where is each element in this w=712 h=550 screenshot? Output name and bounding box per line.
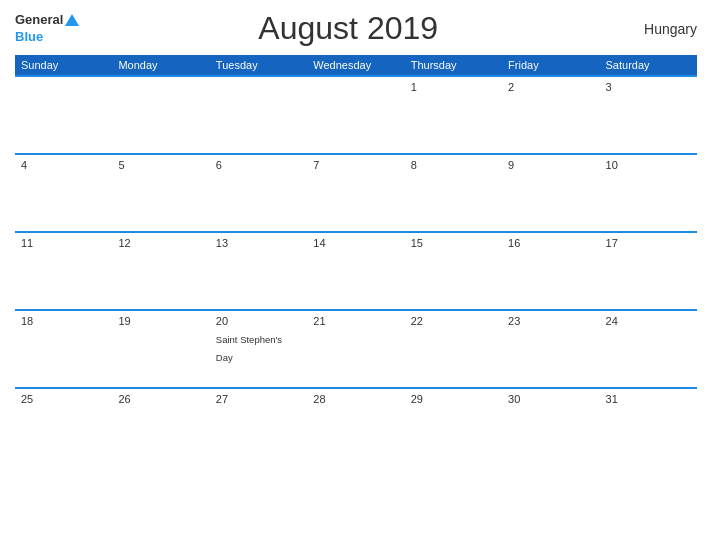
header-saturday: Saturday bbox=[600, 55, 697, 76]
day-cell: 21 bbox=[307, 310, 404, 388]
day-number: 25 bbox=[21, 393, 106, 405]
day-cell: 26 bbox=[112, 388, 209, 466]
header-thursday: Thursday bbox=[405, 55, 502, 76]
logo-blue-text: Blue bbox=[15, 30, 43, 44]
day-cell: 17 bbox=[600, 232, 697, 310]
day-number: 10 bbox=[606, 159, 691, 171]
calendar-table: Sunday Monday Tuesday Wednesday Thursday… bbox=[15, 55, 697, 466]
day-cell: 25 bbox=[15, 388, 112, 466]
day-number: 17 bbox=[606, 237, 691, 249]
day-cell: 18 bbox=[15, 310, 112, 388]
day-cell: 7 bbox=[307, 154, 404, 232]
day-number: 23 bbox=[508, 315, 593, 327]
day-number: 7 bbox=[313, 159, 398, 171]
day-cell: 8 bbox=[405, 154, 502, 232]
event-text: Saint Stephen's Day bbox=[216, 334, 282, 363]
day-cell: 31 bbox=[600, 388, 697, 466]
day-cell: 28 bbox=[307, 388, 404, 466]
day-cell bbox=[15, 76, 112, 154]
logo-general-text: General bbox=[15, 13, 63, 27]
day-number: 28 bbox=[313, 393, 398, 405]
day-number: 19 bbox=[118, 315, 203, 327]
day-number: 13 bbox=[216, 237, 301, 249]
day-cell: 20Saint Stephen's Day bbox=[210, 310, 307, 388]
day-number: 15 bbox=[411, 237, 496, 249]
day-number: 18 bbox=[21, 315, 106, 327]
day-number: 16 bbox=[508, 237, 593, 249]
day-number: 26 bbox=[118, 393, 203, 405]
day-cell: 2 bbox=[502, 76, 599, 154]
day-number: 12 bbox=[118, 237, 203, 249]
calendar-body: 1234567891011121314151617181920Saint Ste… bbox=[15, 76, 697, 466]
day-number: 6 bbox=[216, 159, 301, 171]
day-cell: 30 bbox=[502, 388, 599, 466]
day-cell: 14 bbox=[307, 232, 404, 310]
header-friday: Friday bbox=[502, 55, 599, 76]
day-number: 30 bbox=[508, 393, 593, 405]
logo-row1: General bbox=[15, 13, 79, 27]
header-sunday: Sunday bbox=[15, 55, 112, 76]
day-number: 21 bbox=[313, 315, 398, 327]
header-tuesday: Tuesday bbox=[210, 55, 307, 76]
day-number: 22 bbox=[411, 315, 496, 327]
day-cell: 23 bbox=[502, 310, 599, 388]
day-number: 4 bbox=[21, 159, 106, 171]
day-cell: 3 bbox=[600, 76, 697, 154]
day-cell: 13 bbox=[210, 232, 307, 310]
day-cell: 9 bbox=[502, 154, 599, 232]
day-number: 3 bbox=[606, 81, 691, 93]
day-cell: 5 bbox=[112, 154, 209, 232]
country-label: Hungary bbox=[617, 21, 697, 37]
week-row-3: 11121314151617 bbox=[15, 232, 697, 310]
day-cell: 27 bbox=[210, 388, 307, 466]
day-number: 20 bbox=[216, 315, 301, 327]
day-number: 2 bbox=[508, 81, 593, 93]
day-header-row: Sunday Monday Tuesday Wednesday Thursday… bbox=[15, 55, 697, 76]
day-cell: 4 bbox=[15, 154, 112, 232]
day-number: 27 bbox=[216, 393, 301, 405]
logo: General Blue bbox=[15, 13, 79, 44]
day-cell: 22 bbox=[405, 310, 502, 388]
week-row-4: 181920Saint Stephen's Day21222324 bbox=[15, 310, 697, 388]
day-cell: 29 bbox=[405, 388, 502, 466]
header-monday: Monday bbox=[112, 55, 209, 76]
day-number: 31 bbox=[606, 393, 691, 405]
day-number: 9 bbox=[508, 159, 593, 171]
day-cell: 16 bbox=[502, 232, 599, 310]
day-number: 1 bbox=[411, 81, 496, 93]
week-row-5: 25262728293031 bbox=[15, 388, 697, 466]
day-number: 5 bbox=[118, 159, 203, 171]
week-row-1: 123 bbox=[15, 76, 697, 154]
day-number: 29 bbox=[411, 393, 496, 405]
day-cell: 10 bbox=[600, 154, 697, 232]
header: General Blue August 2019 Hungary bbox=[15, 10, 697, 47]
day-cell: 15 bbox=[405, 232, 502, 310]
day-cell bbox=[307, 76, 404, 154]
logo-row2: Blue bbox=[15, 30, 43, 44]
day-cell bbox=[112, 76, 209, 154]
header-wednesday: Wednesday bbox=[307, 55, 404, 76]
day-cell bbox=[210, 76, 307, 154]
calendar-page: General Blue August 2019 Hungary Sunday … bbox=[0, 0, 712, 550]
day-cell: 19 bbox=[112, 310, 209, 388]
calendar-header: Sunday Monday Tuesday Wednesday Thursday… bbox=[15, 55, 697, 76]
day-cell: 12 bbox=[112, 232, 209, 310]
day-number: 14 bbox=[313, 237, 398, 249]
day-cell: 24 bbox=[600, 310, 697, 388]
month-title: August 2019 bbox=[79, 10, 617, 47]
day-cell: 11 bbox=[15, 232, 112, 310]
logo-triangle-icon bbox=[65, 14, 79, 26]
day-number: 8 bbox=[411, 159, 496, 171]
day-number: 11 bbox=[21, 237, 106, 249]
day-cell: 1 bbox=[405, 76, 502, 154]
day-cell: 6 bbox=[210, 154, 307, 232]
week-row-2: 45678910 bbox=[15, 154, 697, 232]
day-number: 24 bbox=[606, 315, 691, 327]
